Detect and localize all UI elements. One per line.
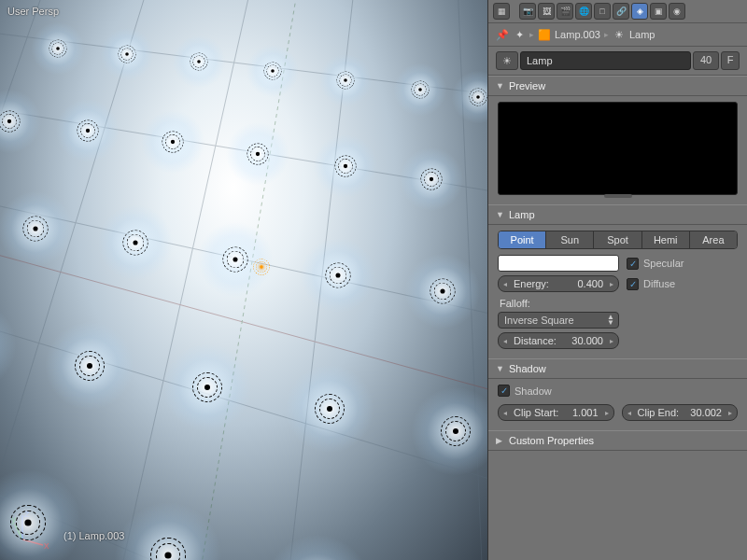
datablock-browse-button[interactable]: ☀ (496, 51, 518, 70)
chevron-right-icon[interactable]: ▸ (602, 409, 612, 417)
svg-line-7 (103, 0, 252, 560)
pin-icon[interactable]: 📌 (496, 28, 509, 41)
svg-text:z: z (24, 511, 30, 519)
falloff-label: Falloff: (498, 296, 738, 312)
svg-line-1 (0, 103, 487, 215)
context-object-icon[interactable]: □ (594, 3, 611, 20)
clip-end-field[interactable]: ◂ Clip End: 30.002 ▸ (622, 404, 739, 421)
viewport-perspective-label: User Persp (7, 6, 59, 17)
svg-line-5 (0, 0, 47, 560)
editor-type-button[interactable]: ▦ (493, 3, 510, 20)
chevron-left-icon[interactable]: ◂ (500, 280, 510, 288)
svg-line-8 (280, 0, 355, 560)
preview-resize-handle[interactable] (604, 194, 632, 198)
energy-field[interactable]: ◂ Energy: 0.400 ▸ (498, 275, 619, 292)
triangle-down-icon: ▼ (496, 364, 505, 373)
datablock-name-input[interactable] (520, 51, 691, 70)
specular-checkbox[interactable]: ✓Specular (627, 258, 684, 270)
svg-line-2 (0, 196, 487, 345)
breadcrumb-object[interactable]: Lamp.003 (555, 29, 600, 40)
breadcrumb-data[interactable]: Lamp (629, 29, 655, 40)
context-texture-icon[interactable]: ▣ (650, 3, 667, 20)
chevron-icon: ▸ (604, 30, 609, 39)
datablock-row: ☀ 40 F (488, 47, 747, 76)
lamp-type-point[interactable]: Point (499, 231, 546, 248)
lamp-type-area[interactable]: Area (690, 231, 737, 248)
lamp-type-sun[interactable]: Sun (546, 231, 594, 248)
svg-text:y: y (11, 513, 17, 525)
svg-line-13 (15, 525, 22, 539)
lamp-color-swatch[interactable] (498, 255, 619, 272)
svg-text:x: x (44, 539, 49, 549)
clip-start-field[interactable]: ◂ Clip Start: 1.001 ▸ (498, 404, 614, 421)
context-scene-icon[interactable]: 🎬 (557, 3, 573, 20)
context-layers-icon[interactable]: 🖼 (538, 3, 555, 20)
updown-icon: ▲▼ (607, 315, 614, 326)
preview-render[interactable] (498, 102, 738, 195)
chevron-left-icon[interactable]: ◂ (625, 409, 634, 417)
chevron-right-icon[interactable]: ▸ (726, 409, 735, 417)
scene-icon: ✦ (513, 28, 526, 41)
chevron-icon: ▸ (529, 30, 534, 39)
axis-gizmo: x y z (11, 511, 49, 549)
svg-line-10 (0, 243, 487, 429)
triangle-down-icon: ▼ (496, 81, 505, 91)
properties-panel: ▦ 📷 🖼 🎬 🌐 □ 🔗 ◈ ▣ ◉ 📌 ✦ ▸ 🟧 Lamp.003 ▸ ☀… (487, 0, 747, 560)
viewport-3d[interactable]: User Persp (1) Lamp.003 x y z (0, 0, 487, 560)
chevron-right-icon[interactable]: ▸ (607, 337, 616, 345)
panel-header: ▦ 📷 🖼 🎬 🌐 □ 🔗 ◈ ▣ ◉ (488, 0, 747, 23)
svg-line-12 (22, 539, 43, 545)
chevron-right-icon[interactable]: ▸ (607, 280, 616, 288)
triangle-down-icon: ▼ (496, 210, 505, 219)
diffuse-checkbox[interactable]: ✓Diffuse (627, 278, 675, 290)
object-cube-icon: 🟧 (538, 28, 551, 41)
section-lamp-header[interactable]: ▼ Lamp (488, 204, 747, 225)
chevron-left-icon[interactable]: ◂ (500, 337, 510, 345)
shadow-checkbox[interactable]: ✓Shadow (498, 385, 738, 397)
context-data-icon[interactable]: ◈ (631, 3, 648, 20)
breadcrumb: 📌 ✦ ▸ 🟧 Lamp.003 ▸ ☀ Lamp (488, 23, 747, 47)
chevron-left-icon[interactable]: ◂ (500, 409, 510, 417)
lamp-type-enum: Point Sun Spot Hemi Area (498, 231, 738, 249)
distance-field[interactable]: ◂ Distance: 30.000 ▸ (498, 332, 619, 349)
viewport-object-label: (1) Lamp.003 (63, 530, 124, 541)
svg-line-3 (0, 317, 487, 523)
context-render-icon[interactable]: 📷 (519, 3, 536, 20)
triangle-right-icon: ▶ (496, 436, 505, 445)
svg-line-4 (0, 476, 487, 560)
datablock-users-button[interactable]: 40 (693, 51, 719, 70)
svg-line-0 (0, 28, 487, 112)
lamp-type-hemi[interactable]: Hemi (642, 231, 690, 248)
context-physics-icon[interactable]: ◉ (669, 3, 685, 20)
section-shadow-header[interactable]: ▼ Shadow (488, 358, 747, 379)
lamp-type-spot[interactable]: Spot (594, 231, 641, 248)
svg-line-6 (0, 0, 149, 560)
grid-overlay (0, 0, 487, 560)
datablock-fake-button[interactable]: F (721, 51, 740, 70)
section-preview-header[interactable]: ▼ Preview (488, 76, 747, 96)
lamp-icon: ☀ (613, 28, 626, 41)
falloff-dropdown[interactable]: Inverse Square ▲▼ (498, 312, 619, 329)
context-constraints-icon[interactable]: 🔗 (613, 3, 629, 20)
svg-line-11 (187, 0, 299, 560)
section-custom-props-header[interactable]: ▶ Custom Properties (488, 430, 747, 451)
context-world-icon[interactable]: 🌐 (575, 3, 592, 20)
